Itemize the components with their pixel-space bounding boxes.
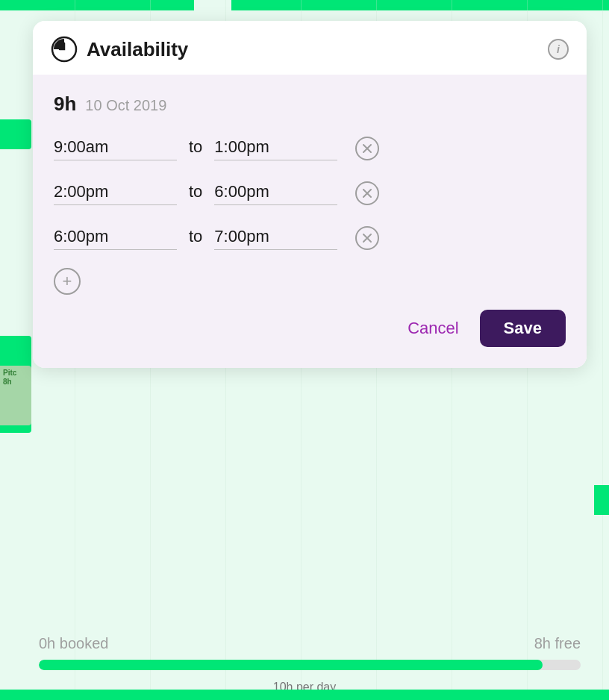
hours-badge: 9h — [54, 93, 76, 116]
to-label-1: to — [189, 137, 202, 160]
availability-modal: Availability i 9h 10 Oct 2019 to — [33, 21, 587, 368]
event-card-line2: 8h — [3, 378, 28, 387]
table-row: to — [54, 226, 566, 250]
end-time-wrap-1 — [214, 137, 337, 160]
calendar-event-card: Pitc 8h — [0, 366, 31, 425]
right-green-accent — [594, 485, 609, 515]
modal-body: 9h 10 Oct 2019 to — [33, 75, 587, 368]
x-icon-3 — [362, 233, 372, 243]
remove-slot-button-3[interactable] — [355, 226, 379, 250]
start-time-wrap-1 — [54, 137, 177, 160]
table-row: to — [54, 137, 566, 160]
add-slot-button[interactable]: + — [54, 268, 81, 295]
modal-footer: Cancel Save — [54, 310, 566, 347]
modal-title: Availability — [87, 38, 188, 61]
modal-header: Availability i — [33, 21, 587, 75]
end-time-input-2[interactable] — [214, 182, 337, 205]
date-header: 9h 10 Oct 2019 — [54, 93, 566, 116]
remove-circle-icon-1 — [355, 137, 379, 160]
start-time-wrap-2 — [54, 182, 177, 205]
to-label-2: to — [189, 182, 202, 204]
bottom-section: 0h booked 8h free — [33, 635, 587, 670]
event-card-line1: Pitc — [3, 369, 28, 378]
save-button[interactable]: Save — [480, 310, 566, 347]
time-slots-list: to to — [54, 137, 566, 250]
start-time-input-1[interactable] — [54, 137, 177, 160]
progress-bar-track — [39, 660, 581, 670]
cancel-button[interactable]: Cancel — [405, 313, 461, 344]
start-time-input-3[interactable] — [54, 227, 177, 250]
end-time-input-1[interactable] — [214, 137, 337, 160]
remove-circle-icon-2 — [355, 181, 379, 205]
end-time-input-3[interactable] — [214, 227, 337, 250]
booked-stat: 0h booked — [39, 635, 108, 652]
remove-circle-icon-3 — [355, 226, 379, 250]
info-button[interactable]: i — [548, 39, 569, 60]
end-time-wrap-3 — [214, 227, 337, 250]
left-green-accent-top — [0, 119, 31, 149]
end-time-wrap-2 — [214, 182, 337, 205]
table-row: to — [54, 181, 566, 205]
progress-bar-fill — [39, 660, 543, 670]
x-icon-2 — [362, 188, 372, 199]
remove-slot-button-1[interactable] — [355, 137, 379, 160]
to-label-3: to — [189, 227, 202, 249]
remove-slot-button-2[interactable] — [355, 181, 379, 205]
date-text: 10 Oct 2019 — [85, 97, 166, 114]
free-stat: 8h free — [534, 635, 581, 652]
start-time-input-2[interactable] — [54, 182, 177, 205]
x-icon-1 — [362, 143, 372, 154]
clock-icon — [51, 36, 78, 63]
header-left: Availability — [51, 36, 188, 63]
start-time-wrap-3 — [54, 227, 177, 250]
bottom-green-bar — [0, 690, 609, 700]
bottom-stats: 0h booked 8h free — [39, 635, 581, 652]
